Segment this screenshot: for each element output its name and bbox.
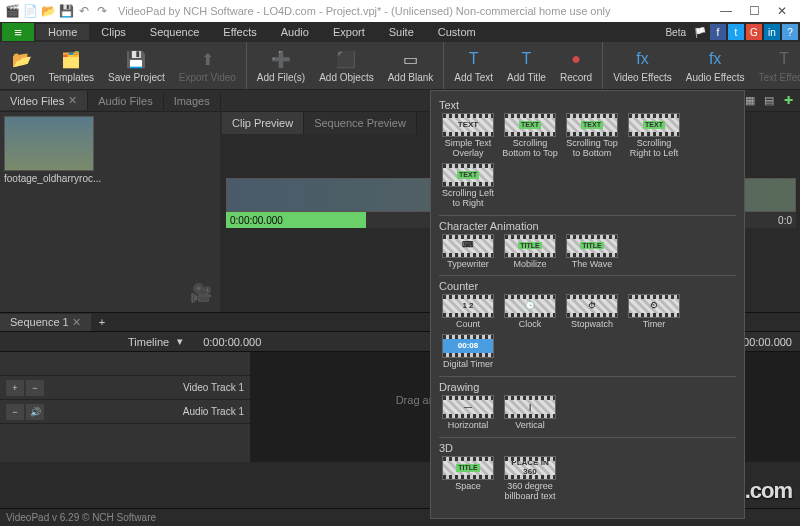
file-bin[interactable]: footage_oldharryroc... 🎥 — [0, 112, 220, 312]
close-button[interactable]: ✕ — [768, 0, 796, 22]
help-icon[interactable]: ? — [782, 24, 798, 40]
save-project-button[interactable]: 💾Save Project — [102, 44, 171, 87]
redo-icon[interactable]: ↷ — [94, 3, 110, 19]
tab-clips[interactable]: Clips — [89, 24, 137, 40]
linkedin-icon[interactable]: in — [764, 24, 780, 40]
clip-thumbnail[interactable] — [4, 116, 94, 171]
audio-track-1-header[interactable]: −🔊 Audio Track 1 — [0, 400, 250, 424]
sequence-1-tab[interactable]: Sequence 1 ✕ — [0, 314, 91, 331]
video-files-tab[interactable]: Video Files✕ — [0, 91, 88, 110]
add-track-icon[interactable]: + — [6, 380, 24, 396]
images-tab[interactable]: Images — [164, 92, 221, 110]
dd-digital-timer[interactable]: 00:08Digital Timer — [439, 334, 497, 370]
clip-thumbnail-label: footage_oldharryroc... — [4, 173, 216, 184]
text-effects-button[interactable]: TText Effects — [752, 44, 800, 87]
fx-video-icon: fx — [631, 48, 653, 70]
tab-audio[interactable]: Audio — [269, 24, 321, 40]
tab-custom[interactable]: Custom — [426, 24, 488, 40]
audio-effects-button[interactable]: fxAudio Effects — [680, 44, 751, 87]
dd-scroll-right-left[interactable]: TEXTScrolling Right to Left — [625, 113, 683, 159]
dd-space[interactable]: TITLESpace — [439, 456, 497, 502]
flag-icon[interactable]: 🏳️ — [692, 24, 708, 40]
scrub-end: 0:0 — [778, 215, 792, 226]
shapes-icon: ⬛ — [335, 48, 357, 70]
open-icon[interactable]: 📂 — [40, 3, 56, 19]
dd-section-counter: Counter — [439, 280, 736, 292]
add-title-button[interactable]: TAdd Title — [501, 44, 552, 87]
dd-typewriter[interactable]: ⌨Typewriter — [439, 234, 497, 270]
facebook-icon[interactable]: f — [710, 24, 726, 40]
minimize-button[interactable]: — — [712, 0, 740, 22]
grid-view-icon[interactable]: ▤ — [761, 93, 777, 109]
add-blank-button[interactable]: ▭Add Blank — [382, 44, 440, 87]
status-text: VideoPad v 6.29 © NCH Software — [6, 512, 156, 523]
fx-text-icon: T — [773, 48, 795, 70]
audio-files-tab[interactable]: Audio Files — [88, 92, 163, 110]
maximize-button[interactable]: ☐ — [740, 0, 768, 22]
quick-access-toolbar: 🎬 📄 📂 💾 ↶ ↷ — [4, 3, 110, 19]
add-files-button[interactable]: ➕Add File(s) — [251, 44, 311, 87]
ribbon-toolbar: 📂Open 🗂️Templates 💾Save Project ⬆Export … — [0, 42, 800, 90]
add-sequence-button[interactable]: + — [91, 314, 113, 330]
close-tab-icon[interactable]: ✕ — [68, 94, 77, 107]
add-objects-button[interactable]: ⬛Add Objects — [313, 44, 379, 87]
tab-export[interactable]: Export — [321, 24, 377, 40]
googleplus-icon[interactable]: G — [746, 24, 762, 40]
timeline-dropdown-icon[interactable]: ▾ — [177, 335, 183, 348]
dd-section-drawing: Drawing — [439, 381, 736, 393]
scrub-start: 0:00:00.000 — [230, 215, 283, 226]
video-effects-button[interactable]: fxVideo Effects — [607, 44, 678, 87]
solo-icon[interactable]: 🔊 — [26, 404, 44, 420]
tab-suite[interactable]: Suite — [377, 24, 426, 40]
dd-count[interactable]: 1 2Count — [439, 294, 497, 330]
open-button[interactable]: 📂Open — [4, 44, 40, 87]
add-file-icon: ➕ — [270, 48, 292, 70]
clip-preview-tab[interactable]: Clip Preview — [222, 112, 304, 134]
folder-open-icon: 📂 — [11, 48, 33, 70]
add-icon[interactable]: ✚ — [780, 93, 796, 109]
record-icon: ● — [565, 48, 587, 70]
close-icon[interactable]: ✕ — [72, 316, 81, 328]
dd-horizontal[interactable]: —Horizontal — [439, 395, 497, 431]
templates-icon: 🗂️ — [60, 48, 82, 70]
dd-stopwatch[interactable]: ⏱Stopwatch — [563, 294, 621, 330]
ribbon-tabs: Home Clips Sequence Effects Audio Export… — [36, 24, 488, 40]
text-icon: T — [463, 48, 485, 70]
spacer-row — [0, 352, 250, 376]
video-track-1-header[interactable]: +− Video Track 1 — [0, 376, 250, 400]
tab-effects[interactable]: Effects — [211, 24, 268, 40]
sequence-preview-tab[interactable]: Sequence Preview — [304, 112, 417, 134]
twitter-icon[interactable]: t — [728, 24, 744, 40]
timeline-label: Timeline — [128, 336, 169, 348]
dd-scroll-bottom-top[interactable]: TEXTScrolling Bottom to Top — [501, 113, 559, 159]
dd-scroll-left-right[interactable]: TEXTScrolling Left to Right — [439, 163, 497, 209]
save-icon[interactable]: 💾 — [58, 3, 74, 19]
app-icon: 🎬 — [4, 3, 20, 19]
dd-timer[interactable]: ⏲Timer — [625, 294, 683, 330]
blank-icon: ▭ — [399, 48, 421, 70]
record-button[interactable]: ●Record — [554, 44, 598, 87]
dd-scroll-top-bottom[interactable]: TEXTScrolling Top to Bottom — [563, 113, 621, 159]
tab-sequence[interactable]: Sequence — [138, 24, 212, 40]
dd-mobilize[interactable]: TITLEMobilize — [501, 234, 559, 270]
templates-button[interactable]: 🗂️Templates — [42, 44, 100, 87]
beta-label: Beta — [665, 24, 690, 40]
dd-vertical[interactable]: |Vertical — [501, 395, 559, 431]
undo-icon[interactable]: ↶ — [76, 3, 92, 19]
mute-icon[interactable]: − — [6, 404, 24, 420]
add-text-button[interactable]: TAdd Text — [448, 44, 499, 87]
camera-icon: 🎥 — [190, 282, 212, 304]
dd-simple-text-overlay[interactable]: TEXTSimple Text Overlay — [439, 113, 497, 159]
dd-clock[interactable]: 🕒Clock — [501, 294, 559, 330]
dd-360-billboard[interactable]: PLACE IN 360360 degree billboard text — [501, 456, 559, 502]
main-menu-button[interactable]: ≡ — [2, 23, 34, 41]
remove-track-icon[interactable]: − — [26, 380, 44, 396]
dd-the-wave[interactable]: TITLEThe Wave — [563, 234, 621, 270]
track-headers: +− Video Track 1 −🔊 Audio Track 1 — [0, 352, 250, 462]
new-icon[interactable]: 📄 — [22, 3, 38, 19]
tab-home[interactable]: Home — [36, 24, 89, 40]
fx-audio-icon: fx — [704, 48, 726, 70]
add-text-dropdown: Text TEXTSimple Text Overlay TEXTScrolli… — [430, 90, 745, 519]
export-video-button[interactable]: ⬆Export Video — [173, 44, 242, 87]
save-icon: 💾 — [125, 48, 147, 70]
